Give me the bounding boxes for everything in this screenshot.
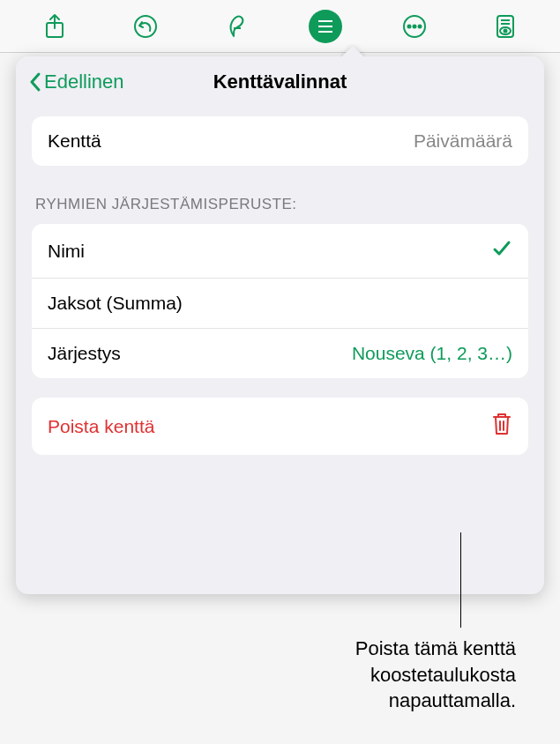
chevron-left-icon — [28, 71, 42, 93]
svg-point-1 — [135, 16, 156, 37]
field-card: Kenttä Päivämäärä — [32, 116, 528, 166]
svg-point-8 — [418, 25, 421, 27]
format-brush-icon[interactable] — [218, 7, 257, 46]
sort-option-label: Nimi — [48, 241, 85, 262]
field-value: Päivämäärä — [414, 130, 512, 152]
trash-icon — [491, 412, 512, 441]
svg-point-6 — [407, 25, 410, 27]
back-button[interactable]: Edellinen — [28, 71, 124, 93]
toolbar — [0, 0, 560, 53]
sort-option-name[interactable]: Nimi — [32, 224, 528, 279]
back-label: Edellinen — [44, 71, 124, 93]
undo-icon[interactable] — [126, 7, 165, 46]
delete-card: Poista kenttä — [32, 398, 528, 455]
callout-text: Poista tämä kenttäkoostetaulukostanapaut… — [355, 636, 516, 714]
svg-point-11 — [504, 29, 507, 32]
sort-option-label: Jaksot (Summa) — [48, 293, 183, 314]
field-row[interactable]: Kenttä Päivämäärä — [32, 116, 528, 166]
svg-point-7 — [413, 25, 415, 27]
callout-line — [460, 532, 461, 628]
sort-section-header: RYHMIEN JÄRJESTÄMISPERUSTE: — [35, 196, 525, 213]
popover-arrow — [340, 44, 365, 56]
preview-icon[interactable] — [486, 7, 525, 46]
check-icon — [491, 238, 512, 264]
popover-header: Edellinen Kenttävalinnat — [16, 56, 544, 106]
pivot-icon[interactable] — [309, 10, 342, 43]
popover: Edellinen Kenttävalinnat Kenttä Päivämää… — [16, 56, 544, 594]
sort-card: Nimi Jaksot (Summa) Järjestys Nouseva (1… — [32, 224, 528, 378]
popover-title: Kenttävalinnat — [213, 71, 347, 93]
sort-order-value: Nouseva (1, 2, 3…) — [352, 343, 512, 364]
field-label: Kenttä — [48, 130, 101, 152]
sort-order-row[interactable]: Järjestys Nouseva (1, 2, 3…) — [32, 329, 528, 378]
sort-order-label: Järjestys — [48, 343, 121, 364]
sort-option-jaksot[interactable]: Jaksot (Summa) — [32, 279, 528, 329]
share-icon[interactable] — [35, 7, 74, 46]
popover-body: Kenttä Päivämäärä RYHMIEN JÄRJESTÄMISPER… — [16, 106, 544, 594]
delete-field-button[interactable]: Poista kenttä — [32, 398, 528, 455]
delete-label: Poista kenttä — [48, 416, 154, 437]
more-icon[interactable] — [395, 7, 434, 46]
